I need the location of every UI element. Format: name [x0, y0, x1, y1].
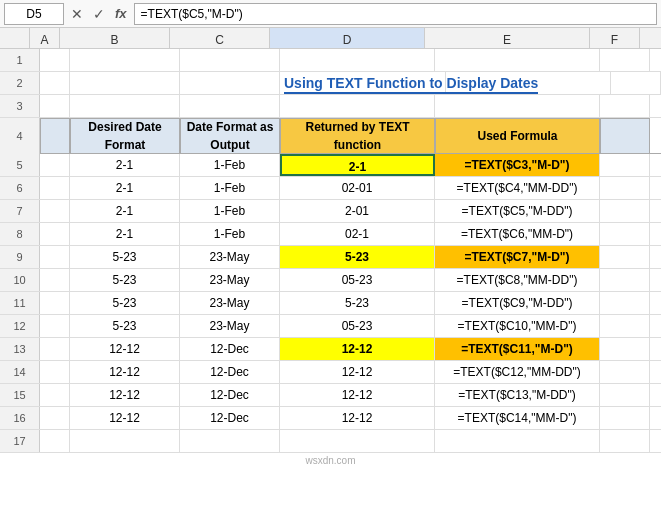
- cell-a6[interactable]: [40, 177, 70, 199]
- cell-b8[interactable]: 2-1: [70, 223, 180, 245]
- cell-f4[interactable]: [600, 118, 650, 154]
- col-header-d[interactable]: D: [270, 28, 425, 48]
- cell-c13[interactable]: 12-Dec: [180, 338, 280, 360]
- cell-ref-box[interactable]: [4, 3, 64, 25]
- fx-icon[interactable]: fx: [112, 5, 130, 22]
- cell-e1[interactable]: [435, 49, 600, 71]
- col-header-e[interactable]: E: [425, 28, 590, 48]
- formula-input[interactable]: [134, 3, 657, 25]
- cell-b6[interactable]: 2-1: [70, 177, 180, 199]
- cell-d11[interactable]: 5-23: [280, 292, 435, 314]
- cell-e8[interactable]: =TEXT($C6,"MM-D"): [435, 223, 600, 245]
- cell-e12[interactable]: =TEXT($C10,"MM-D"): [435, 315, 600, 337]
- cell-b7[interactable]: 2-1: [70, 200, 180, 222]
- cell-b14[interactable]: 12-12: [70, 361, 180, 383]
- cell-a13[interactable]: [40, 338, 70, 360]
- col-header-f[interactable]: F: [590, 28, 640, 48]
- cell-b10[interactable]: 5-23: [70, 269, 180, 291]
- cell-a10[interactable]: [40, 269, 70, 291]
- cell-d10[interactable]: 05-23: [280, 269, 435, 291]
- cell-a14[interactable]: [40, 361, 70, 383]
- cell-f14[interactable]: [600, 361, 650, 383]
- cell-a8[interactable]: [40, 223, 70, 245]
- cell-e9[interactable]: =TEXT($C7,"M-D"): [435, 246, 600, 268]
- cell-d7[interactable]: 2-01: [280, 200, 435, 222]
- cell-c4[interactable]: Date Format as Output: [180, 118, 280, 154]
- cell-c12[interactable]: 23-May: [180, 315, 280, 337]
- cell-b12[interactable]: 5-23: [70, 315, 180, 337]
- cell-d15[interactable]: 12-12: [280, 384, 435, 406]
- cell-b9[interactable]: 5-23: [70, 246, 180, 268]
- cell-a15[interactable]: [40, 384, 70, 406]
- cell-c11[interactable]: 23-May: [180, 292, 280, 314]
- cell-f11[interactable]: [600, 292, 650, 314]
- cell-c2[interactable]: [180, 72, 280, 94]
- cell-c5[interactable]: 1-Feb: [180, 154, 280, 176]
- cell-d12[interactable]: 05-23: [280, 315, 435, 337]
- cell-e5[interactable]: =TEXT($C3,"M-D"): [435, 154, 600, 176]
- cell-b16[interactable]: 12-12: [70, 407, 180, 429]
- cell-c3[interactable]: [180, 95, 280, 117]
- cell-d9[interactable]: 5-23: [280, 246, 435, 268]
- cell-e10[interactable]: =TEXT($C8,"MM-DD"): [435, 269, 600, 291]
- cell-f1[interactable]: [600, 49, 650, 71]
- cell-f12[interactable]: [600, 315, 650, 337]
- cell-e6[interactable]: =TEXT($C4,"MM-DD"): [435, 177, 600, 199]
- cell-f2[interactable]: [611, 72, 661, 94]
- cell-c16[interactable]: 12-Dec: [180, 407, 280, 429]
- cell-a4[interactable]: [40, 118, 70, 154]
- cell-d13[interactable]: 12-12: [280, 338, 435, 360]
- cell-e3[interactable]: [435, 95, 600, 117]
- cell-b17[interactable]: [70, 430, 180, 452]
- cell-a2[interactable]: [40, 72, 70, 94]
- cell-f10[interactable]: [600, 269, 650, 291]
- cell-e11[interactable]: =TEXT($C9,"M-DD"): [435, 292, 600, 314]
- confirm-icon[interactable]: ✓: [90, 5, 108, 23]
- cell-f16[interactable]: [600, 407, 650, 429]
- cell-e13[interactable]: =TEXT($C11,"M-D"): [435, 338, 600, 360]
- cell-a3[interactable]: [40, 95, 70, 117]
- cell-a9[interactable]: [40, 246, 70, 268]
- cell-b15[interactable]: 12-12: [70, 384, 180, 406]
- cell-c7[interactable]: 1-Feb: [180, 200, 280, 222]
- cell-d4[interactable]: Returned by TEXT function: [280, 118, 435, 154]
- cell-e17[interactable]: [435, 430, 600, 452]
- cell-e2[interactable]: [446, 72, 611, 94]
- cell-c9[interactable]: 23-May: [180, 246, 280, 268]
- cell-d14[interactable]: 12-12: [280, 361, 435, 383]
- cell-f15[interactable]: [600, 384, 650, 406]
- cell-f5[interactable]: [600, 154, 650, 176]
- cell-d1[interactable]: [280, 49, 435, 71]
- cell-f6[interactable]: [600, 177, 650, 199]
- cell-d6[interactable]: 02-01: [280, 177, 435, 199]
- col-header-c[interactable]: C: [170, 28, 270, 48]
- cell-a17[interactable]: [40, 430, 70, 452]
- cell-b1[interactable]: [70, 49, 180, 71]
- cell-c14[interactable]: 12-Dec: [180, 361, 280, 383]
- cell-b4[interactable]: Desired Date Format: [70, 118, 180, 154]
- cell-c8[interactable]: 1-Feb: [180, 223, 280, 245]
- cell-c17[interactable]: [180, 430, 280, 452]
- cell-d2[interactable]: Using TEXT Function to Display Dates: [280, 72, 446, 94]
- cell-b2[interactable]: [70, 72, 180, 94]
- cell-f17[interactable]: [600, 430, 650, 452]
- cell-c6[interactable]: 1-Feb: [180, 177, 280, 199]
- cell-c10[interactable]: 23-May: [180, 269, 280, 291]
- cell-d8[interactable]: 02-1: [280, 223, 435, 245]
- cell-d17[interactable]: [280, 430, 435, 452]
- cell-f7[interactable]: [600, 200, 650, 222]
- cell-d3[interactable]: [280, 95, 435, 117]
- cell-a11[interactable]: [40, 292, 70, 314]
- cell-a5[interactable]: [40, 154, 70, 176]
- cell-f3[interactable]: [600, 95, 650, 117]
- cell-b3[interactable]: [70, 95, 180, 117]
- cell-d5[interactable]: 2-1: [280, 154, 435, 176]
- cell-e7[interactable]: =TEXT($C5,"M-DD"): [435, 200, 600, 222]
- cell-a7[interactable]: [40, 200, 70, 222]
- cell-a16[interactable]: [40, 407, 70, 429]
- cell-a1[interactable]: [40, 49, 70, 71]
- cell-f8[interactable]: [600, 223, 650, 245]
- cell-f13[interactable]: [600, 338, 650, 360]
- cell-b11[interactable]: 5-23: [70, 292, 180, 314]
- cell-d16[interactable]: 12-12: [280, 407, 435, 429]
